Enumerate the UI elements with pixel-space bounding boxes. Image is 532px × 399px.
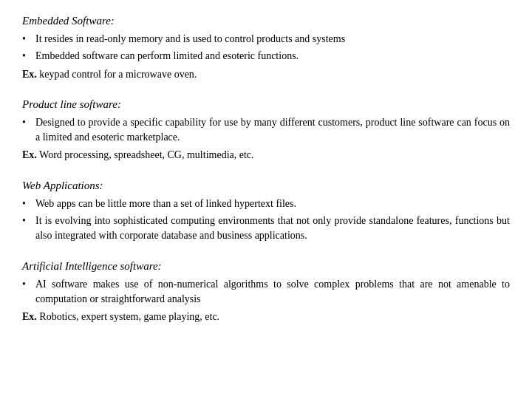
bullet-list: •Designed to provide a specific capabili… bbox=[22, 115, 510, 146]
bullet-item: •It is evolving into sophisticated compu… bbox=[22, 214, 510, 244]
bullet-list: •It resides in read-only memory and is u… bbox=[22, 32, 510, 64]
bullet-dot: • bbox=[22, 214, 35, 228]
bullet-dot: • bbox=[22, 277, 35, 292]
example-text: keypad control for a microwave oven. bbox=[37, 69, 197, 80]
section-web-applications: Web Applications:•Web apps can be little… bbox=[22, 180, 510, 244]
bullet-list: •AI software makes use of non-numerical … bbox=[22, 277, 510, 307]
bullet-dot: • bbox=[22, 32, 35, 47]
section-title: Artificial Intelligence software: bbox=[22, 260, 510, 273]
bullet-text: It resides in read-only memory and is us… bbox=[35, 32, 510, 47]
section-title: Web Applications: bbox=[22, 180, 510, 192]
section-title: Embedded Software: bbox=[22, 15, 510, 27]
bullet-dot: • bbox=[22, 115, 35, 130]
bullet-dot: • bbox=[22, 49, 35, 64]
section-ai-software: Artificial Intelligence software:•AI sof… bbox=[22, 260, 510, 325]
bullet-text: It is evolving into sophisticated comput… bbox=[35, 214, 510, 244]
bullet-item: •It resides in read-only memory and is u… bbox=[22, 32, 510, 47]
bullet-item: •Web apps can be little more than a set … bbox=[22, 197, 510, 211]
example-label: Ex. bbox=[22, 69, 37, 80]
bullet-text: Embedded software can perform limited an… bbox=[35, 49, 510, 64]
example-line: Ex. keypad control for a microwave oven. bbox=[22, 67, 510, 82]
bullet-item: •Designed to provide a specific capabili… bbox=[22, 115, 510, 146]
bullet-text: Web apps can be little more than a set o… bbox=[35, 197, 510, 211]
page-content: Embedded Software:•It resides in read-on… bbox=[22, 15, 510, 325]
example-text: Word processing, spreadsheet, CG, multim… bbox=[37, 149, 254, 160]
section-title: Product line software: bbox=[22, 98, 510, 111]
section-embedded-software: Embedded Software:•It resides in read-on… bbox=[22, 15, 510, 82]
example-label: Ex. bbox=[22, 149, 37, 160]
example-line: Ex. Word processing, spreadsheet, CG, mu… bbox=[22, 148, 510, 163]
bullet-item: •Embedded software can perform limited a… bbox=[22, 49, 510, 64]
example-line: Ex. Robotics, expert system, game playin… bbox=[22, 310, 510, 324]
example-label: Ex. bbox=[22, 311, 37, 322]
bullet-item: •AI software makes use of non-numerical … bbox=[22, 277, 510, 307]
bullet-list: •Web apps can be little more than a set … bbox=[22, 197, 510, 244]
example-text: Robotics, expert system, game playing, e… bbox=[37, 311, 219, 322]
bullet-text: Designed to provide a specific capabilit… bbox=[35, 115, 510, 146]
bullet-dot: • bbox=[22, 197, 35, 211]
section-product-line-software: Product line software:•Designed to provi… bbox=[22, 98, 510, 163]
bullet-text: AI software makes use of non-numerical a… bbox=[35, 277, 510, 307]
